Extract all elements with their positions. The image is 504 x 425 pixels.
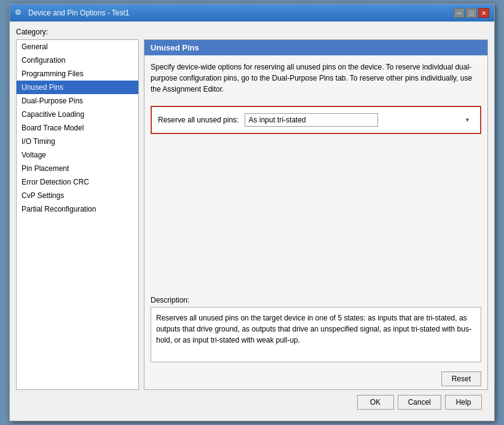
- window-body: Category: General Configuration Programm…: [10, 22, 494, 421]
- category-label: Category:: [16, 28, 488, 36]
- sidebar-item-configuration[interactable]: Configuration: [17, 54, 138, 67]
- main-window: ⚙ Device and Pin Options - Test1 ─ □ ✕ C…: [9, 4, 495, 421]
- sidebar: General Configuration Programming Files …: [16, 39, 139, 390]
- sidebar-item-cvp-settings[interactable]: CvP Settings: [17, 189, 138, 202]
- reserve-select-wrapper: As input tri-stated As output driving gr…: [245, 113, 474, 127]
- reset-button[interactable]: Reset: [441, 371, 481, 386]
- sidebar-item-capacitive-loading[interactable]: Capacitive Loading: [17, 108, 138, 121]
- sidebar-item-board-trace-model[interactable]: Board Trace Model: [17, 121, 138, 135]
- reserve-label: Reserve all unused pins:: [158, 116, 238, 124]
- title-bar-buttons: ─ □ ✕: [454, 8, 489, 18]
- description-section: Description: Reserves all unused pins on…: [144, 290, 487, 368]
- bottom-bar: OK Cancel Help: [16, 390, 488, 415]
- window-icon: ⚙: [15, 8, 25, 18]
- reserve-select[interactable]: As input tri-stated As output driving gr…: [245, 113, 378, 127]
- close-button[interactable]: ✕: [478, 8, 489, 18]
- reserve-box: Reserve all unused pins: As input tri-st…: [151, 106, 481, 134]
- sidebar-item-general[interactable]: General: [17, 40, 138, 54]
- sidebar-item-dual-purpose-pins[interactable]: Dual-Purpose Pins: [17, 94, 138, 108]
- sidebar-item-partial-reconfig[interactable]: Partial Reconfiguration: [17, 202, 138, 216]
- main-content: General Configuration Programming Files …: [16, 39, 488, 390]
- minimize-button[interactable]: ─: [454, 8, 465, 18]
- section-description: Specify device-wide options for reservin…: [144, 55, 487, 101]
- maximize-button[interactable]: □: [466, 8, 477, 18]
- ok-button[interactable]: OK: [357, 395, 394, 410]
- right-panel: Unused Pins Specify device-wide options …: [144, 39, 488, 390]
- sidebar-item-error-detection[interactable]: Error Detection CRC: [17, 175, 138, 189]
- title-bar: ⚙ Device and Pin Options - Test1 ─ □ ✕: [10, 4, 494, 22]
- window-title: Device and Pin Options - Test1: [28, 9, 130, 17]
- cancel-button[interactable]: Cancel: [398, 395, 441, 410]
- sidebar-item-pin-placement[interactable]: Pin Placement: [17, 162, 138, 175]
- sidebar-item-unused-pins[interactable]: Unused Pins: [17, 81, 138, 94]
- sidebar-item-voltage[interactable]: Voltage: [17, 148, 138, 162]
- sidebar-item-programming-files[interactable]: Programming Files: [17, 67, 138, 81]
- description-label: Description:: [151, 296, 481, 304]
- reset-row: Reset: [144, 368, 487, 389]
- help-button[interactable]: Help: [445, 395, 482, 410]
- description-text: Reserves all unused pins on the target d…: [151, 307, 481, 362]
- section-header: Unused Pins: [144, 40, 487, 55]
- title-bar-left: ⚙ Device and Pin Options - Test1: [15, 8, 130, 18]
- sidebar-item-io-timing[interactable]: I/O Timing: [17, 135, 138, 148]
